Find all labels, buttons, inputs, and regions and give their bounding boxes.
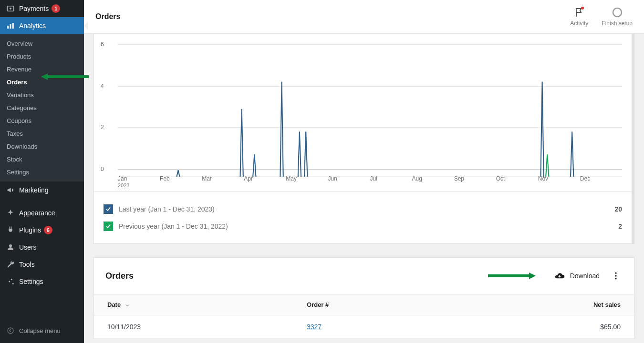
legend-previous-year[interactable]: Previous year (Jan 1 - Dec 31, 2022) 2 bbox=[104, 218, 622, 235]
plugins-badge: 6 bbox=[44, 226, 52, 234]
sub-settings-analytics[interactable]: Settings bbox=[0, 166, 84, 179]
collapse-menu[interactable]: Collapse menu bbox=[0, 322, 66, 339]
legend-last-year[interactable]: Last year (Jan 1 - Dec 31, 2023) 20 bbox=[104, 201, 622, 218]
payments-badge: 1 bbox=[52, 4, 60, 13]
svg-marker-4 bbox=[41, 73, 89, 80]
cell-date: 10/11/2023 bbox=[94, 315, 293, 339]
brush-icon bbox=[6, 208, 15, 218]
sub-products[interactable]: Products bbox=[0, 50, 84, 63]
orders-table-title: Orders bbox=[105, 271, 134, 281]
orders-chart-panel: 6 4 2 0 Jan2023 Feb Mar Apr May Jun Jul … bbox=[93, 34, 634, 244]
sidebar-item-payments[interactable]: Payments 1 bbox=[0, 0, 84, 17]
payments-label: Payments bbox=[19, 5, 49, 12]
sub-variations[interactable]: Variations bbox=[0, 89, 84, 101]
sub-taxes[interactable]: Taxes bbox=[0, 127, 84, 140]
svg-point-14 bbox=[615, 275, 616, 276]
flag-icon bbox=[573, 7, 585, 18]
sidebar-item-settings[interactable]: Settings bbox=[0, 273, 84, 290]
svg-point-15 bbox=[615, 278, 616, 279]
user-icon bbox=[6, 242, 15, 252]
cloud-download-icon bbox=[554, 270, 565, 282]
page-title: Orders bbox=[95, 12, 120, 21]
sidebar-item-appearance[interactable]: Appearance bbox=[0, 204, 84, 222]
x-axis: Jan2023 Feb Mar Apr May Jun Jul Aug Sep … bbox=[118, 175, 622, 189]
svg-point-5 bbox=[9, 244, 12, 247]
chart-svg bbox=[118, 41, 622, 177]
admin-sidebar: Payments 1 Analytics Overview Products R… bbox=[0, 0, 84, 343]
sub-downloads[interactable]: Downloads bbox=[0, 140, 84, 153]
ytick-0: 0 bbox=[101, 166, 104, 172]
sliders-icon bbox=[6, 277, 15, 286]
svg-point-10 bbox=[613, 8, 622, 17]
orders-table: Date Order # Net sales 10/11/2023 3327 $… bbox=[94, 294, 634, 339]
checkbox-last-year[interactable] bbox=[104, 204, 113, 214]
col-order-number[interactable]: Order # bbox=[293, 294, 455, 315]
svg-point-8 bbox=[12, 283, 14, 284]
cell-net: $65.00 bbox=[455, 315, 634, 339]
topbar: Orders Activity Finish setup bbox=[84, 0, 644, 34]
orders-table-panel: Orders Download bbox=[93, 257, 634, 339]
col-net-sales[interactable]: Net sales bbox=[455, 294, 634, 315]
wrench-icon bbox=[6, 260, 15, 269]
analytics-label: Analytics bbox=[19, 22, 46, 30]
activity-button[interactable]: Activity bbox=[570, 7, 588, 27]
sub-overview[interactable]: Overview bbox=[0, 37, 84, 50]
svg-point-9 bbox=[8, 328, 13, 333]
collapse-icon bbox=[6, 326, 15, 335]
svg-marker-12 bbox=[488, 272, 536, 279]
annotation-arrow-orders bbox=[41, 73, 89, 80]
download-button[interactable]: Download bbox=[554, 270, 600, 282]
sub-stock[interactable]: Stock bbox=[0, 153, 84, 166]
annotation-arrow-download bbox=[488, 272, 536, 279]
order-link[interactable]: 3327 bbox=[307, 323, 322, 331]
svg-point-13 bbox=[615, 272, 616, 274]
chevron-down-icon bbox=[125, 303, 130, 308]
payments-icon bbox=[6, 4, 15, 13]
svg-point-6 bbox=[11, 279, 12, 280]
analytics-icon bbox=[6, 21, 15, 30]
sub-orders[interactable]: Orders bbox=[0, 76, 84, 89]
sidebar-item-plugins[interactable]: Plugins 6 bbox=[0, 222, 84, 239]
megaphone-icon bbox=[6, 185, 15, 195]
analytics-submenu: Overview Products Revenue Orders Variati… bbox=[0, 34, 84, 182]
sidebar-item-analytics[interactable]: Analytics bbox=[0, 17, 84, 34]
chart-legend: Last year (Jan 1 - Dec 31, 2023) 20 Prev… bbox=[94, 192, 632, 243]
plug-icon bbox=[6, 225, 15, 235]
svg-rect-3 bbox=[12, 23, 14, 29]
checkbox-previous-year[interactable] bbox=[104, 222, 113, 231]
dots-vertical-icon bbox=[611, 271, 621, 281]
progress-circle-icon bbox=[612, 7, 623, 18]
ytick-6: 6 bbox=[101, 41, 104, 48]
sub-categories[interactable]: Categories bbox=[0, 101, 84, 114]
sidebar-item-users[interactable]: Users bbox=[0, 239, 84, 256]
sidebar-item-marketing[interactable]: Marketing bbox=[0, 182, 84, 199]
ytick-4: 4 bbox=[101, 83, 104, 90]
table-row: 10/11/2023 3327 $65.00 bbox=[94, 315, 634, 339]
svg-rect-2 bbox=[10, 24, 11, 29]
col-date[interactable]: Date bbox=[94, 294, 293, 315]
svg-point-7 bbox=[9, 281, 10, 282]
sub-coupons[interactable]: Coupons bbox=[0, 114, 84, 127]
more-options-button[interactable] bbox=[609, 269, 623, 282]
ytick-2: 2 bbox=[101, 124, 104, 131]
finish-setup-button[interactable]: Finish setup bbox=[602, 7, 633, 27]
chart-area: 6 4 2 0 Jan2023 Feb Mar Apr May Jun Jul … bbox=[94, 34, 632, 192]
svg-rect-1 bbox=[7, 26, 9, 29]
sidebar-item-tools[interactable]: Tools bbox=[0, 256, 84, 273]
